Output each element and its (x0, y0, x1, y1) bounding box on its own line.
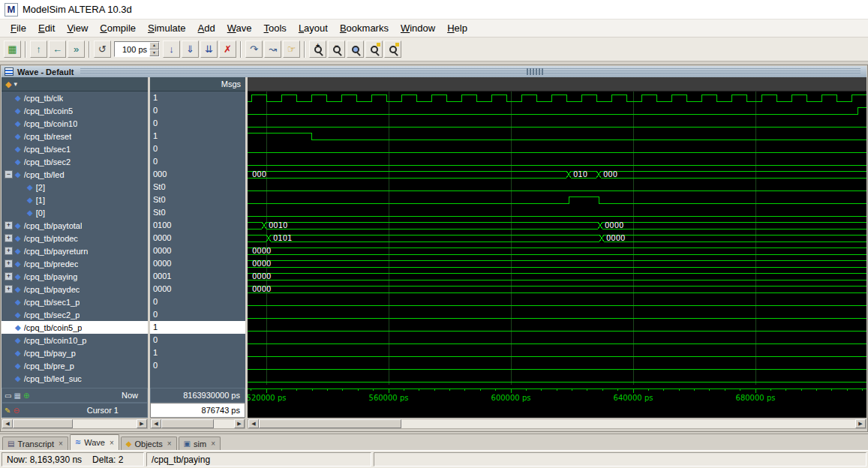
run-length-down-icon[interactable]: ▼ (149, 50, 159, 57)
signal-value[interactable]: St0 (150, 206, 245, 219)
scroll-left-icon[interactable]: ◀ (2, 419, 13, 428)
restart-icon[interactable]: ↺ (94, 40, 111, 58)
signal-row[interactable]: ◆/cpq_tb/reset (2, 130, 148, 142)
menu-help[interactable]: Help (441, 20, 473, 36)
signal-row[interactable]: ◆[2] (2, 181, 148, 194)
signal-value[interactable]: 0100 (150, 219, 245, 232)
menu-layout[interactable]: Layout (293, 20, 334, 36)
add-cursor-icon[interactable]: ⊕ (23, 392, 29, 400)
signal-row[interactable]: ◆/cpq_tb/sec2 (2, 155, 148, 168)
up-level-icon[interactable]: ↑ (30, 40, 47, 58)
expand-toggle-icon[interactable]: + (5, 285, 13, 293)
run-continue-icon[interactable]: ⇓ (182, 40, 199, 58)
signal-row[interactable]: −◆/cpq_tb/led (2, 168, 148, 181)
step-over-icon[interactable]: ↝ (264, 40, 281, 58)
signal-values-panel[interactable]: 100100000St0St0St00100000000000000000100… (150, 92, 245, 388)
signal-row[interactable]: ◆/cpq_tb/coin5_p (2, 321, 148, 334)
signal-row[interactable]: +◆/cpq_tb/paydec (2, 283, 148, 296)
tab-close-icon[interactable]: × (211, 440, 215, 448)
collapse-toggle-icon[interactable]: − (5, 170, 13, 178)
wave-window-titlebar[interactable]: Wave - Default (2, 66, 866, 77)
menu-bookmarks[interactable]: Bookmarks (334, 20, 395, 36)
scrollbar-thumb[interactable] (13, 419, 73, 428)
step-icon[interactable]: ↷ (245, 40, 263, 58)
forward-arrows-icon[interactable]: » (68, 40, 85, 58)
signal-value[interactable]: 000 (150, 168, 245, 181)
signal-row[interactable]: ◆[0] (2, 206, 148, 219)
menu-edit[interactable]: Edit (32, 20, 61, 36)
cursor-time-value[interactable]: 876743 ps (150, 403, 245, 418)
titlebar-grip[interactable] (527, 68, 545, 75)
timeline-ruler[interactable]: 520000 ps560000 ps600000 ps640000 ps6800… (248, 388, 866, 403)
expand-toggle-icon[interactable]: + (5, 221, 13, 230)
signal-value[interactable]: St0 (150, 181, 245, 194)
menu-file[interactable]: File (5, 20, 32, 36)
menu-tools[interactable]: Tools (258, 20, 293, 36)
wave-scrollbar[interactable]: ◀ ▶ (248, 418, 866, 429)
signal-row[interactable]: ◆/cpq_tb/sec1_p (2, 296, 148, 308)
run-length-field[interactable]: 100 ps▲▼ (114, 41, 160, 57)
run-icon[interactable]: ↓ (163, 40, 180, 58)
signal-value[interactable]: 0 (150, 155, 245, 168)
scrollbar-thumb[interactable] (259, 419, 401, 428)
cursor-row-header[interactable]: ✎⊖ Cursor 1 (2, 403, 148, 418)
names-column-header[interactable]: ◆ ▾ (2, 77, 148, 92)
signal-value[interactable]: 0000 (150, 244, 245, 257)
signal-row[interactable]: ◆/cpq_tb/sec1 (2, 142, 148, 155)
tab-objects[interactable]: ◆Objects× (121, 436, 177, 450)
signal-row[interactable]: +◆/cpq_tb/payreturn (2, 244, 148, 257)
back-arrow-icon[interactable]: ← (49, 40, 66, 58)
menu-compile[interactable]: Compile (94, 20, 142, 36)
scroll-left-icon[interactable]: ◀ (248, 419, 259, 428)
chevron-down-icon[interactable]: ▾ (14, 80, 17, 88)
signal-value[interactable]: 1 (150, 130, 245, 142)
zoom-out-icon[interactable]: − (328, 40, 345, 58)
zoom-cursor-icon[interactable] (365, 40, 383, 58)
expand-toggle-icon[interactable]: + (5, 234, 13, 242)
signal-value[interactable]: 0001 (150, 270, 245, 283)
names-scrollbar[interactable]: ◀ ▶ (2, 418, 148, 429)
signal-value[interactable]: 0 (150, 359, 245, 372)
menu-add[interactable]: Add (192, 20, 221, 36)
signal-row[interactable]: ◆/cpq_tb/coin10_p (2, 334, 148, 346)
expand-toggle-icon[interactable]: + (5, 260, 13, 268)
compile-icon[interactable]: ▦ (4, 40, 21, 58)
signal-value[interactable]: 0 (150, 334, 245, 346)
signal-value[interactable]: 1 (150, 92, 245, 104)
tab-close-icon[interactable]: × (110, 439, 114, 447)
break-icon[interactable]: ✗ (219, 40, 236, 58)
scroll-right-icon[interactable]: ▶ (234, 419, 245, 428)
signal-value[interactable]: 0 (150, 296, 245, 308)
signal-row[interactable]: ◆/cpq_tb/pay_p (2, 346, 148, 359)
run-all-icon[interactable]: ⇊ (200, 40, 218, 58)
grid-mode-icon[interactable]: ▦ (14, 392, 20, 400)
tab-transcript[interactable]: ▤Transcript× (2, 436, 68, 450)
menu-view[interactable]: View (61, 20, 94, 36)
edit-cursor-icon[interactable]: ✎ (5, 406, 11, 415)
signal-row[interactable]: ◆/cpq_tb/pre_p (2, 359, 148, 372)
run-length-value[interactable]: 100 ps (115, 45, 149, 54)
cursor-track[interactable] (248, 403, 866, 418)
zoom-in-icon[interactable]: + (309, 40, 326, 58)
signal-value[interactable] (150, 372, 245, 385)
scroll-left-icon[interactable]: ◀ (151, 419, 161, 428)
signal-value[interactable]: 0 (150, 308, 245, 321)
tab-wave[interactable]: ≋Wave× (70, 434, 119, 450)
signal-value[interactable]: 0000 (150, 257, 245, 270)
tab-close-icon[interactable]: × (59, 440, 63, 448)
delete-cursor-icon[interactable]: ⊖ (13, 406, 19, 415)
signal-value[interactable]: 0 (150, 117, 245, 130)
wave-canvas[interactable]: 0000100000010000001010000000000000000000… (248, 92, 866, 388)
signal-row[interactable]: +◆/cpq_tb/predec (2, 257, 148, 270)
values-column-header[interactable]: Msgs (150, 77, 245, 92)
menu-simulate[interactable]: Simulate (142, 20, 192, 36)
signal-row[interactable]: ◆/cpq_tb/sec2_p (2, 308, 148, 321)
scrollbar-thumb[interactable] (161, 419, 214, 428)
expand-toggle-icon[interactable]: + (5, 272, 13, 280)
signal-value[interactable]: 1 (150, 321, 245, 334)
scroll-right-icon[interactable]: ▶ (137, 419, 147, 428)
signal-value[interactable]: 1 (150, 346, 245, 359)
signal-row[interactable]: +◆/cpq_tb/paytotal (2, 219, 148, 232)
menu-wave[interactable]: Wave (221, 20, 258, 36)
signal-value[interactable]: 0 (150, 142, 245, 155)
